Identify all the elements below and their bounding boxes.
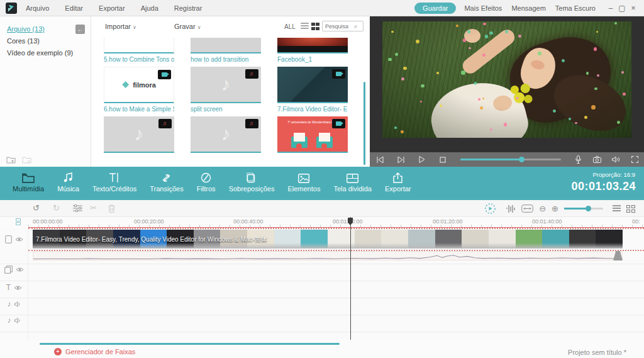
timeline-ruler[interactable]: 00:00:00:00 00:00:20:00 00:00:40:00 00:0… bbox=[0, 217, 644, 228]
preview-panel bbox=[370, 16, 644, 167]
pip-track-header[interactable] bbox=[0, 266, 28, 274]
text-track-header[interactable]: T bbox=[0, 283, 28, 292]
tab-tela-dividida[interactable]: Tela dividida bbox=[333, 171, 372, 193]
media-item[interactable]: Facebook_1 bbox=[277, 38, 348, 63]
adjust-settings-icon[interactable] bbox=[73, 204, 82, 212]
tab-exportar[interactable]: Exportar bbox=[385, 171, 411, 193]
video-track-header[interactable] bbox=[0, 235, 28, 243]
more-effects-button[interactable]: Mais Efeitos bbox=[464, 4, 502, 12]
media-thumbnail[interactable]: ♪ ♬ bbox=[191, 67, 261, 103]
media-item[interactable]: ♪ ♬ bbox=[104, 116, 174, 155]
media-scrollbar[interactable] bbox=[364, 82, 365, 165]
media-thumbnail[interactable] bbox=[277, 67, 348, 103]
video-badge-icon bbox=[332, 119, 345, 128]
render-preview-icon[interactable] bbox=[485, 203, 496, 214]
filmora-logo-icon bbox=[6, 3, 17, 14]
track-manager-button[interactable]: + Gerenciador de Faixas bbox=[54, 348, 135, 355]
music-track-1-header[interactable]: ♪ bbox=[0, 299, 28, 308]
music-track-2-header[interactable]: ♪ bbox=[0, 316, 28, 325]
close-button[interactable]: × bbox=[628, 4, 639, 13]
filmora-window: Arquivo Editar Exportar Ajuda Registrar … bbox=[0, 0, 644, 358]
search-input[interactable] bbox=[323, 23, 354, 30]
filmora-mark-icon bbox=[122, 81, 129, 88]
search-box[interactable]: ⌕ bbox=[322, 21, 364, 31]
filter-all-dropdown[interactable]: ALL bbox=[284, 23, 296, 30]
seek-knob[interactable] bbox=[519, 157, 525, 162]
media-thumbnail[interactable]: ♪ ♬ bbox=[191, 116, 261, 153]
media-item[interactable]: 7º aniversário de Wondershare Film bbox=[277, 116, 348, 155]
track-grid-view-icon[interactable] bbox=[626, 205, 635, 213]
audio-mixer-icon[interactable] bbox=[506, 204, 516, 213]
music-track-icon: ♪ bbox=[8, 299, 11, 308]
zoom-out-icon[interactable]: ⊖ bbox=[539, 204, 546, 213]
media-thumbnail[interactable] bbox=[104, 38, 174, 53]
grid-view-icon[interactable] bbox=[311, 23, 319, 30]
sidebar-item-video-exemplo[interactable]: Vídeo de exemplo (9) bbox=[7, 49, 91, 57]
clip-title: 7.Filmora Video Editor- Easy, Trendy, Qu… bbox=[36, 235, 614, 244]
menu-editar[interactable]: Editar bbox=[65, 4, 83, 12]
volume-icon[interactable] bbox=[606, 152, 625, 167]
menu-ajuda[interactable]: Ajuda bbox=[141, 4, 158, 12]
video-badge-icon bbox=[158, 70, 171, 79]
microphone-icon[interactable] bbox=[569, 152, 587, 167]
seek-slider[interactable] bbox=[453, 152, 569, 167]
collapse-panel-button[interactable]: ← bbox=[75, 25, 85, 34]
menu-registrar[interactable]: Registrar bbox=[174, 4, 203, 12]
zoom-in-icon[interactable]: ⊕ bbox=[552, 204, 558, 213]
sidebar-item-cores[interactable]: Cores (13) bbox=[7, 37, 91, 45]
media-thumbnail[interactable]: filmora bbox=[104, 67, 174, 103]
media-thumbnail[interactable]: ♪ ♬ bbox=[104, 116, 174, 153]
dark-theme-button[interactable]: Tema Escuro bbox=[555, 4, 596, 12]
overlays-icon bbox=[247, 171, 257, 183]
zoom-slider-knob[interactable] bbox=[586, 206, 591, 211]
add-folder-icon[interactable] bbox=[6, 155, 16, 164]
list-view-icon[interactable] bbox=[301, 23, 309, 30]
message-button[interactable]: Mensagem bbox=[511, 4, 545, 12]
main-toolbar: Multimídia Música Texto/Créditos Transiç… bbox=[0, 167, 644, 200]
media-item[interactable]: filmora 6.how to Make a Simple S... bbox=[104, 67, 174, 113]
timeline-horizontal-scrollbar[interactable] bbox=[40, 343, 340, 345]
zoom-to-fit-icon[interactable] bbox=[521, 204, 533, 213]
media-item[interactable]: ♪ ♬ split screen bbox=[191, 67, 261, 113]
fullscreen-icon[interactable] bbox=[625, 152, 644, 167]
tab-filtros[interactable]: Filtros bbox=[197, 171, 216, 193]
tab-elementos[interactable]: Elementos bbox=[287, 171, 320, 193]
maximize-button[interactable]: ▢ bbox=[616, 4, 628, 13]
ruler-label: 00:00:20:00 bbox=[134, 218, 164, 225]
music-note-icon bbox=[63, 171, 74, 183]
media-item[interactable]: ♪ ♬ bbox=[191, 116, 261, 155]
timeline-clip[interactable]: 7.Filmora Video Editor- Easy, Trendy, Qu… bbox=[33, 230, 623, 260]
play-button[interactable] bbox=[411, 152, 432, 167]
minimize-button[interactable]: – bbox=[605, 4, 616, 13]
next-frame-button[interactable] bbox=[391, 152, 411, 167]
tab-musica[interactable]: Música bbox=[57, 171, 79, 193]
video-track-row: 7.Filmora Video Editor- Easy, Trendy, Qu… bbox=[28, 228, 644, 260]
menu-exportar[interactable]: Exportar bbox=[99, 4, 125, 12]
stop-button[interactable] bbox=[432, 152, 453, 167]
aspect-ratio-label[interactable]: Proporção: 16:9 bbox=[592, 171, 635, 178]
save-button[interactable]: Guardar bbox=[414, 3, 456, 14]
track-height-icon[interactable] bbox=[16, 218, 21, 226]
add-track-icon: + bbox=[54, 348, 62, 355]
filmora-wordmark: filmora bbox=[133, 81, 156, 89]
tab-multimidia[interactable]: Multimídia bbox=[13, 171, 44, 193]
menu-arquivo[interactable]: Arquivo bbox=[26, 4, 49, 12]
previous-frame-button[interactable] bbox=[370, 152, 391, 167]
record-dropdown[interactable]: Gravar ∨ bbox=[174, 23, 201, 30]
snapshot-camera-icon[interactable] bbox=[587, 152, 606, 167]
tab-transicoes[interactable]: Transições bbox=[150, 171, 183, 193]
playhead-line[interactable] bbox=[350, 217, 351, 340]
undo-icon[interactable]: ↺ bbox=[33, 203, 40, 213]
media-item[interactable]: how to add transition bbox=[191, 38, 261, 63]
media-item[interactable]: 5.how to Combine Tons o... bbox=[104, 38, 174, 63]
media-item[interactable]: 7.Filmora Video Editor- E... bbox=[277, 67, 348, 113]
timeline-zoom-slider[interactable] bbox=[564, 208, 603, 210]
media-thumbnail[interactable] bbox=[277, 38, 348, 53]
eye-icon bbox=[14, 285, 22, 291]
media-thumbnail[interactable] bbox=[191, 38, 261, 53]
import-dropdown[interactable]: Importar ∨ bbox=[105, 23, 136, 30]
media-thumbnail[interactable]: 7º aniversário de Wondershare Film bbox=[277, 116, 348, 153]
track-list-view-icon[interactable] bbox=[613, 205, 621, 213]
tab-texto-creditos[interactable]: Texto/Créditos bbox=[92, 171, 136, 193]
tab-sobreposicoes[interactable]: Sobreposições bbox=[229, 171, 275, 193]
